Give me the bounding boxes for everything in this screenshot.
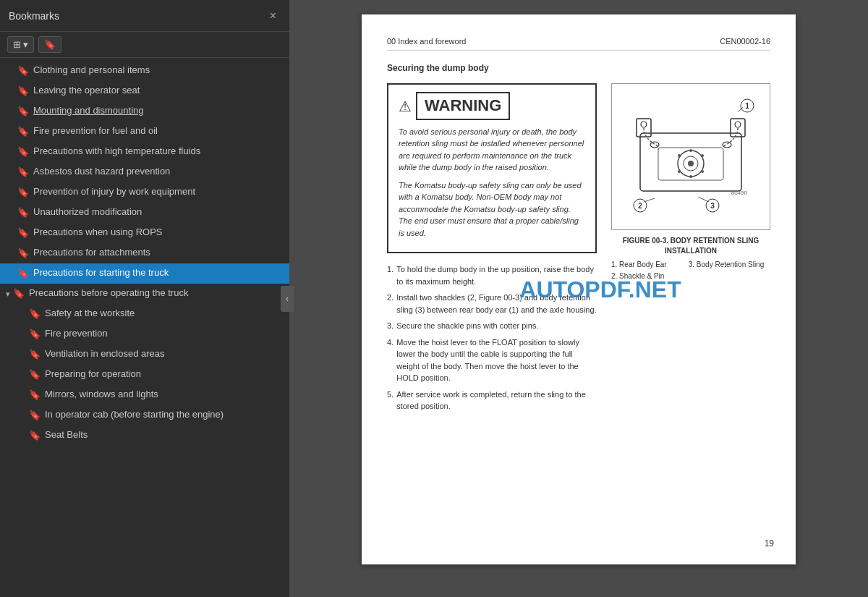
doc-left-column: ⚠ WARNING To avoid serious personal inju…: [387, 83, 597, 417]
bookmark-label: Seat Belts: [45, 429, 281, 441]
bookmark-icon: 🔖: [17, 65, 29, 77]
doc-right-column: 1 2 3 80490 FIGURE: [611, 83, 770, 417]
bookmark-label: Safety at the worksite: [45, 308, 281, 320]
warning-paragraph-2: The Komatsu body-up safety sling can onl…: [399, 179, 585, 240]
document-page: 00 Index and foreword CEN00002-16 Securi…: [362, 14, 796, 564]
step-item: 1.To hold the dump body in the up positi…: [387, 263, 597, 287]
warning-box: ⚠ WARNING To avoid serious personal inju…: [387, 83, 597, 253]
bookmark-icon-button[interactable]: 🔖: [38, 36, 61, 53]
bookmark-item-safety-worksite[interactable]: 🔖 Safety at the worksite: [0, 304, 289, 324]
main-content: ‹ 00 Index and foreword CEN00002-16 Secu…: [289, 0, 868, 597]
bookmark-label: Precautions before operating the truck: [29, 287, 281, 300]
bookmark-icon: 🔖: [17, 247, 29, 260]
svg-point-10: [678, 170, 681, 173]
bookmark-item-rops[interactable]: 🔖 Precautions when using ROPS: [0, 223, 289, 243]
svg-point-11: [678, 154, 681, 157]
svg-text:1: 1: [745, 102, 749, 110]
bookmark-icon: 🔖: [13, 288, 25, 300]
warning-title: WARNING: [416, 92, 510, 120]
bookmark-label: Fire prevention: [45, 328, 281, 340]
warning-triangle-icon: ⚠: [399, 96, 412, 117]
bookmark-icon: 🔖: [29, 410, 41, 422]
svg-text:80490: 80490: [731, 190, 748, 196]
bookmark-label: Prevention of injury by work equipment: [33, 186, 281, 198]
step-item: 4.Move the hoist lever to the FLOAT posi…: [387, 336, 597, 384]
svg-point-5: [688, 161, 694, 166]
bookmark-icon: 🔖: [17, 146, 29, 158]
bookmark-item-mirrors[interactable]: 🔖 Mirrors, windows and lights: [0, 385, 289, 405]
bookmark-icon: 🔖: [29, 389, 41, 402]
bookmark-icon: 🔖: [17, 85, 29, 98]
bookmark-icon: 🔖: [17, 227, 29, 240]
bookmark-label: Ventilation in enclosed areas: [45, 348, 281, 360]
bookmark-label: Mounting and dismounting: [33, 105, 281, 117]
bookmark-item-fire-prevention2[interactable]: 🔖 Fire prevention: [0, 324, 289, 344]
view-options-button[interactable]: ⊞ ▾: [7, 36, 34, 53]
bookmark-icon: 🔖: [29, 349, 41, 361]
bookmark-item-clothing[interactable]: 🔖 Clothing and personal items: [0, 61, 289, 81]
bookmark-item-starting[interactable]: 🔖 Precautions for starting the truck: [0, 263, 289, 284]
bookmark-icon: 🔖: [17, 166, 29, 179]
doc-header-right: CEN00002-16: [720, 36, 770, 47]
bookmark-list: 🔖 Clothing and personal items 🔖 Leaving …: [0, 58, 289, 597]
collapse-sidebar-button[interactable]: ‹: [281, 286, 294, 312]
warning-paragraph-1: To avoid serious personal injury or deat…: [399, 126, 585, 174]
svg-point-9: [689, 175, 692, 178]
bookmark-label: Precautions with high temperature fluids: [33, 145, 281, 158]
figure-labels: 1. Rear Body Ear 3. Body Retention Sling…: [611, 259, 770, 282]
step-item: 3.Secure the shackle pins with cotter pi…: [387, 320, 597, 332]
figure-diagram: 1 2 3 80490: [618, 90, 763, 220]
sidebar: Bookmarks × ⊞ ▾ 🔖 🔖 Clothing and persona…: [0, 0, 289, 597]
bookmark-item-operator-cab[interactable]: 🔖 In operator cab (before starting the e…: [0, 405, 289, 425]
step-item: 5.After service work is completed, retur…: [387, 389, 597, 412]
bookmark-label: Clothing and personal items: [33, 64, 281, 77]
bookmark-label: Mirrors, windows and lights: [45, 389, 281, 401]
bookmark-label: Fire prevention for fuel and oil: [33, 125, 281, 137]
bookmark-item-unauthorized[interactable]: 🔖 Unauthorized modification: [0, 203, 289, 223]
sidebar-title: Bookmarks: [9, 10, 59, 22]
chevron-down-icon: ▾: [23, 39, 28, 50]
doc-body: ⚠ WARNING To avoid serious personal inju…: [387, 83, 770, 417]
steps-list: 1.To hold the dump body in the up positi…: [387, 263, 597, 412]
bookmark-icon: 🔖: [29, 430, 41, 442]
bookmark-icon: 🔖: [17, 126, 29, 138]
svg-point-6: [689, 149, 692, 152]
bookmark-item-high-temp[interactable]: 🔖 Precautions with high temperature flui…: [0, 142, 289, 162]
bookmark-label: Asbestos dust hazard prevention: [33, 166, 281, 178]
bookmark-icon: 🔖: [29, 308, 41, 321]
bookmark-label: Unauthorized modification: [33, 206, 281, 219]
bookmark-label: Precautions for starting the truck: [33, 267, 281, 279]
bookmark-item-asbestos[interactable]: 🔖 Asbestos dust hazard prevention: [0, 162, 289, 182]
bookmark-item-seatbelts[interactable]: 🔖 Seat Belts: [0, 425, 289, 446]
doc-header-left: 00 Index and foreword: [387, 36, 466, 47]
bookmark-item-preparing[interactable]: 🔖 Preparing for operation: [0, 365, 289, 385]
bookmark-item-leaving[interactable]: 🔖 Leaving the operator seat: [0, 81, 289, 101]
bookmark-item-injury[interactable]: 🔖 Prevention of injury by work equipment: [0, 182, 289, 203]
svg-text:3: 3: [710, 202, 715, 210]
page-number: 19: [765, 538, 774, 550]
bookmark-item-attachments[interactable]: 🔖 Precautions for attachments: [0, 243, 289, 263]
document-header: 00 Index and foreword CEN00002-16: [387, 36, 770, 51]
figure-box: 1 2 3 80490: [611, 83, 770, 230]
step-item: 2.Install two shackles (2, Figure 00-3) …: [387, 292, 597, 316]
bookmark-label: In operator cab (before starting the eng…: [45, 409, 281, 421]
bookmark-icon: 🔖: [17, 207, 29, 219]
bookmark-item-ventilation[interactable]: 🔖 Ventilation in enclosed areas: [0, 344, 289, 365]
close-button[interactable]: ×: [265, 8, 281, 24]
svg-point-7: [701, 154, 704, 157]
bookmark-label: Precautions for attachments: [33, 247, 281, 259]
bookmark-icon: 🔖: [29, 329, 41, 341]
bookmark-label: Leaving the operator seat: [33, 85, 281, 97]
figure-label-2: 2. Shackle & Pin: [611, 271, 770, 282]
bookmark-icon: 🔖: [17, 187, 29, 199]
bookmark-item-fire-prev[interactable]: 🔖 Fire prevention for fuel and oil: [0, 122, 289, 142]
bookmark-icon: 🔖: [17, 106, 29, 118]
svg-text:2: 2: [638, 202, 642, 210]
bookmark-item-before-operating[interactable]: ▾ 🔖 Precautions before operating the tru…: [0, 284, 289, 304]
bookmark-item-mounting[interactable]: 🔖 Mounting and dismounting: [0, 101, 289, 122]
sidebar-header: Bookmarks ×: [0, 0, 289, 32]
bookmark-label: Precautions when using ROPS: [33, 226, 281, 239]
bookmark-icon: 🔖: [17, 268, 29, 280]
sidebar-toolbar: ⊞ ▾ 🔖: [0, 32, 289, 58]
figure-label-1: 1. Rear Body Ear 3. Body Retention Sling: [611, 259, 770, 271]
